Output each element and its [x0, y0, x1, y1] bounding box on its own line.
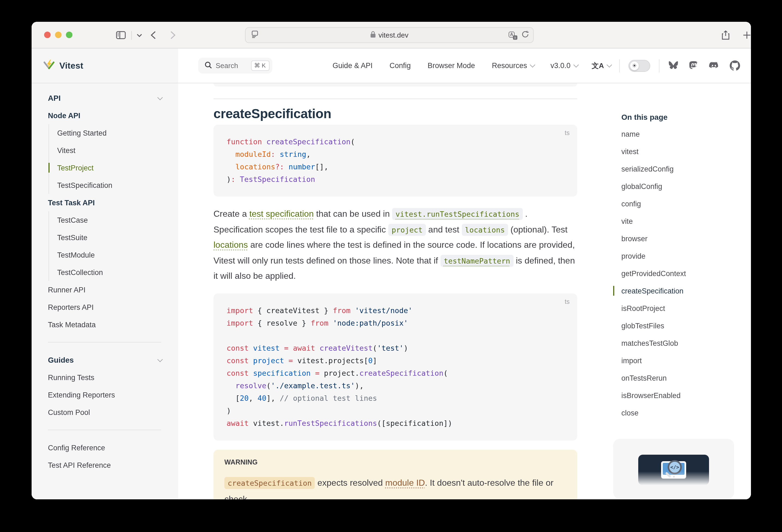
- new-tab-icon[interactable]: [740, 22, 751, 48]
- sidebar-item-guides[interactable]: Guides: [48, 351, 161, 369]
- sidebar-item-reporters-api[interactable]: Reporters API: [48, 298, 161, 316]
- code-line: const project = vitest.projects[0]: [226, 354, 564, 367]
- sidebar-item-config-reference[interactable]: Config Reference: [48, 439, 161, 456]
- theme-toggle[interactable]: ☀: [629, 60, 650, 72]
- sidebar-item-runner-api[interactable]: Runner API: [48, 281, 161, 298]
- translate-page-icon[interactable]: A文: [509, 31, 517, 39]
- sidebar-divider: [48, 430, 161, 430]
- outline-item-globtestfiles[interactable]: globTestFiles: [613, 317, 744, 334]
- address-bar[interactable]: vitest.dev A文: [245, 27, 534, 43]
- sidebar-item-running-tests[interactable]: Running Tests: [48, 369, 161, 386]
- back-icon[interactable]: [146, 22, 160, 48]
- url-text[interactable]: vitest.dev: [246, 28, 533, 42]
- code-block-signature[interactable]: ts function createSpecification( moduleI…: [213, 125, 577, 197]
- discord-icon[interactable]: [709, 61, 719, 70]
- sidebar-item-testcollection[interactable]: TestCollection: [57, 263, 162, 281]
- warning-title: WARNING: [224, 458, 566, 466]
- outline-item-browser[interactable]: browser: [613, 230, 744, 247]
- bluesky-icon[interactable]: [668, 61, 679, 70]
- inline-link[interactable]: test specification: [249, 209, 314, 218]
- sidebar-item-testspecification[interactable]: TestSpecification: [57, 176, 162, 194]
- code-block-example[interactable]: ts import { createVitest } from 'vitest/…: [213, 293, 577, 440]
- nav-config[interactable]: Config: [389, 62, 411, 70]
- sidebar-menu-chevron-icon[interactable]: [134, 22, 145, 48]
- sidebar-item-test-api-reference[interactable]: Test API Reference: [48, 456, 161, 474]
- outline-item-getprovidedcontext[interactable]: getProvidedContext: [613, 264, 744, 282]
- share-icon[interactable]: [719, 22, 732, 48]
- nav-guide-api[interactable]: Guide & API: [332, 62, 372, 70]
- sun-icon: ☀: [630, 61, 639, 70]
- inline-link[interactable]: testNamePattern: [440, 255, 513, 267]
- sidebar-item-getting-started[interactable]: Getting Started: [57, 124, 162, 142]
- monitor-illustration: </>: [661, 461, 686, 478]
- outline-item-ontestsrerun[interactable]: onTestsRerun: [613, 369, 744, 387]
- nav-version-dropdown[interactable]: v3.0.0: [550, 62, 577, 70]
- search-icon: [205, 61, 212, 71]
- page-title: createSpecification: [213, 99, 577, 122]
- outline-item-vite[interactable]: vite: [613, 212, 744, 230]
- code-line: const specification = project.createSpec…: [226, 367, 564, 379]
- outline-item-serializedconfig[interactable]: serializedConfig: [613, 160, 744, 178]
- outline-item-provide[interactable]: provide: [613, 247, 744, 264]
- sidebar-item-task-metadata[interactable]: Task Metadata: [48, 316, 161, 333]
- outline-item-import[interactable]: import: [613, 352, 744, 369]
- window-controls[interactable]: [44, 32, 72, 38]
- sidebar-item-testmodule[interactable]: TestModule: [57, 246, 162, 263]
- inline-link[interactable]: module ID: [385, 478, 425, 487]
- outline-item-close[interactable]: close: [613, 404, 744, 422]
- description-paragraph: Create a test specification that can be …: [213, 206, 577, 284]
- nav-resources-dropdown[interactable]: Resources: [492, 62, 534, 70]
- outline-item-matchestestglob[interactable]: matchesTestGlob: [613, 334, 744, 352]
- code-line: moduleId: string,: [226, 148, 564, 161]
- sidebar-item-vitest[interactable]: Vitest: [57, 142, 162, 159]
- top-nav: Guide & API Config Browser Mode Resource…: [332, 62, 577, 70]
- close-window-button[interactable]: [44, 32, 51, 38]
- text-segment: expects resolved: [315, 478, 385, 487]
- code-line: import { createVitest } from 'vitest/nod…: [226, 304, 564, 317]
- browser-window: vitest.dev A文: [32, 22, 751, 499]
- language-switcher[interactable]: 文A: [592, 61, 610, 71]
- sidebar-item-extending-reporters[interactable]: Extending Reporters: [48, 386, 161, 403]
- sidebar-item-testcase[interactable]: TestCase: [57, 211, 162, 229]
- previous-code-block-edge: [213, 83, 577, 86]
- code-line: ): TestSpecification: [226, 173, 564, 186]
- mastodon-icon[interactable]: [689, 61, 698, 71]
- sidebar-subgroup: Getting StartedVitestTestProjectTestSpec…: [48, 124, 162, 194]
- vitest-logo-icon: [43, 59, 55, 72]
- outline-item-globalconfig[interactable]: globalConfig: [613, 178, 744, 195]
- sidebar-item-test-task-api[interactable]: Test Task API: [48, 194, 161, 211]
- browser-toolbar: vitest.dev A文: [32, 22, 751, 48]
- code-line: locations?: number[],: [226, 161, 564, 173]
- forward-icon[interactable]: [166, 22, 180, 48]
- code-language-label: ts: [565, 298, 570, 305]
- text-segment: Create a: [213, 209, 249, 218]
- sidebar-item-testsuite[interactable]: TestSuite: [57, 229, 162, 246]
- outline-item-name[interactable]: name: [613, 125, 744, 143]
- outline-item-isrootproject[interactable]: isRootProject: [613, 299, 744, 317]
- sidebar-item-api[interactable]: API: [48, 89, 161, 107]
- sponsor-card[interactable]: </>: [613, 439, 734, 499]
- nav-browser-mode[interactable]: Browser Mode: [428, 62, 475, 70]
- translate-icon: 文A: [592, 61, 604, 71]
- outline-item-vitest[interactable]: vitest: [613, 143, 744, 160]
- outline-item-config[interactable]: config: [613, 195, 744, 212]
- logo[interactable]: Vitest: [32, 48, 178, 83]
- outline-item-isbrowserenabled[interactable]: isBrowserEnabled: [613, 387, 744, 404]
- reload-icon[interactable]: [522, 30, 529, 40]
- inline-link[interactable]: locations: [213, 240, 248, 249]
- github-icon[interactable]: [730, 61, 740, 71]
- sidebar-item-testproject[interactable]: TestProject: [57, 159, 162, 176]
- sidebar-item-node-api[interactable]: Node API: [48, 107, 161, 124]
- inline-code: project: [388, 223, 426, 236]
- search-input[interactable]: Search ⌘ K: [198, 58, 272, 73]
- minimize-window-button[interactable]: [55, 32, 62, 38]
- outline-item-createspecification[interactable]: createSpecification: [613, 282, 744, 299]
- zoom-window-button[interactable]: [66, 32, 72, 38]
- warning-text: createSpecification expects resolved mod…: [224, 474, 566, 499]
- inline-link[interactable]: vitest.runTestSpecifications: [392, 208, 523, 220]
- search-placeholder: Search: [216, 62, 247, 70]
- sidebar-item-custom-pool[interactable]: Custom Pool: [48, 403, 161, 421]
- sidebar-toggle-icon[interactable]: [113, 22, 129, 48]
- sidebar-divider: [48, 342, 161, 343]
- sponsor-image: </>: [638, 455, 709, 485]
